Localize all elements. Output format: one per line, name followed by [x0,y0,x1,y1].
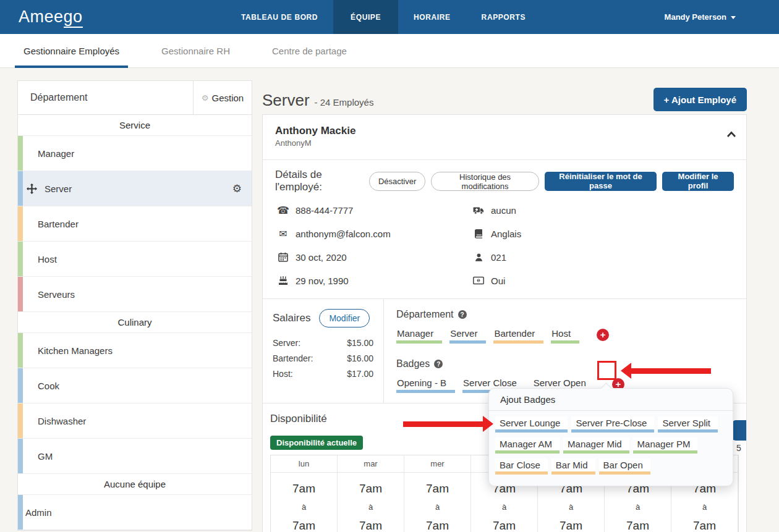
svg-text:$: $ [478,279,480,282]
popup-title: Ajout Badges [489,389,733,411]
sidebar-item-serveurs[interactable]: Serveurs [18,277,252,312]
availability-column[interactable]: lun 7am à 7am [271,455,338,532]
popup-badge-option[interactable]: Bar Open [599,458,650,475]
availability-separator: à [538,502,604,512]
annotation-arrow-left [621,363,712,379]
sidebar-item-bartender[interactable]: Bartender [18,206,252,242]
add-badges-popup: Ajout Badges Server Lounge Server Pre-Cl… [488,388,733,486]
sidebar-item-server[interactable]: Server ⚙ [18,171,252,206]
user-menu[interactable]: Mandy Peterson [665,0,736,34]
badge-tag[interactable]: Opening - B [396,378,455,393]
availability-from: 7am [404,481,470,496]
info-employee-number: 021 [472,248,521,266]
sidebar-item-manager[interactable]: Manager [18,136,252,171]
departments-title-row: Département ? [396,309,734,320]
day-header: lun [271,455,337,473]
page: { "navbar": { "logo_text": "Amee", "logo… [0,0,779,532]
tab-centre-de-partage[interactable]: Centre de partage [263,34,355,68]
manage-button[interactable]: ⚙ Gestion [193,81,252,114]
section-header-service: Service [18,115,252,136]
sidebar-item-kitchen-managers[interactable]: Kitchen Managers [18,333,252,368]
availability-to: 7am [671,518,738,532]
popup-badge-option[interactable]: Server Pre-Close [571,416,654,433]
logo-text: Amee [19,7,64,26]
availability-to: 7am [271,518,337,532]
help-icon[interactable]: ? [434,360,443,368]
employee-name: Anthony Mackie [275,124,734,138]
popup-badge-option[interactable]: Manager PM [633,437,698,454]
salaries-title: Salaires [273,312,310,324]
add-department-button[interactable]: + [597,329,609,341]
ameego-logo[interactable]: Ameego [19,7,83,27]
tab-gestionnaire-rh[interactable]: Gestionnaire RH [153,34,239,68]
department-tag[interactable]: Server [449,328,486,344]
book-icon [472,229,485,239]
department-tag[interactable]: Host [551,328,579,344]
manage-label: Gestion [211,93,244,103]
deactivate-button[interactable]: Désactiver [369,172,425,191]
employee-username: AnthonyM [275,138,734,149]
availability-separator: à [671,502,738,512]
edit-salaries-button[interactable]: Modifier [319,309,370,327]
chevron-down-icon [731,16,736,19]
add-employee-button[interactable]: + Ajout Employé [653,88,747,111]
sidebar-item-gm[interactable]: GM [18,439,252,474]
salary-row: Bartender: $16.00 [273,351,373,366]
details-label: Détails de l'employé: [275,169,361,193]
availability-column[interactable]: mar 7am à 7am [338,455,404,532]
sidebar-item-cook[interactable]: Cook [18,368,252,403]
sidebar-item-host[interactable]: Host [18,242,252,277]
popup-badge-option[interactable]: Manager AM [495,437,560,454]
section-header-aucune-equipe: Aucune équipe [18,474,252,495]
history-button[interactable]: Historique des modifications [431,172,538,191]
envelope-icon: ✉ [276,228,290,240]
popup-badge-option[interactable]: Manager Mid [563,437,629,454]
user-icon [472,253,485,262]
gear-icon: ⚙ [202,93,209,103]
nav-tab-rapports[interactable]: RAPPORTS [466,0,541,34]
current-availability-badge: Disponibilité actuelle [270,436,363,450]
tab-gestionnaire-employes[interactable]: Gestionnaire Employés [15,34,128,68]
chevron-up-icon[interactable] [726,131,736,138]
department-tag[interactable]: Bartender [493,328,543,344]
availability-partial-text: 5 [736,443,741,453]
popup-badge-row: Server Lounge Server Pre-Close Server Sp… [495,416,726,435]
main-header: Server - 24 Employés + Ajout Employé [262,88,747,112]
popup-badge-option[interactable]: Bar Close [495,458,548,475]
popup-badge-option[interactable]: Server Lounge [495,416,568,433]
availability-to: 7am [338,518,404,532]
truck-medical-icon [472,205,485,215]
info-paid: $ Oui [472,271,521,290]
day-header: mer [404,455,470,473]
reset-password-button[interactable]: Réinitialiser le mot de passe [545,172,657,191]
user-name: Mandy Peterson [665,12,726,22]
availability-edit-button-partial[interactable] [732,420,747,441]
employee-header[interactable]: Anthony Mackie AnthonyM [263,115,746,160]
availability-separator: à [338,502,404,512]
nav-tab-equipe[interactable]: ÉQUIPE [333,0,398,34]
sidebar-item-admin[interactable]: Admin [18,495,252,530]
edit-profile-button[interactable]: Modifier le profil [662,172,734,191]
info-hire-date: 30 oct, 2020 [276,248,472,266]
sidebar-title: Département [18,81,193,114]
nav-tab-horaire[interactable]: HORAIRE [398,0,466,34]
top-navbar: Ameego TABLEAU DE BORD ÉQUIPE HORAIRE RA… [0,0,779,34]
gear-icon[interactable]: ⚙ [232,182,242,195]
sidebar-header: Département ⚙ Gestion [18,81,252,115]
secondary-nav: Gestionnaire Employés Gestionnaire RH Ce… [0,34,779,68]
department-tag[interactable]: Manager [396,328,442,344]
availability-separator: à [605,502,671,512]
day-header: mar [338,455,404,473]
popup-badge-option[interactable]: Server Split [658,416,718,433]
annotation-highlight-box [597,361,616,380]
nav-tab-tableau-de-bord[interactable]: TABLEAU DE BORD [226,0,333,34]
availability-separator: à [404,502,470,512]
help-icon[interactable]: ? [458,310,467,319]
sidebar-item-dishwasher[interactable]: Dishwasher [18,403,252,439]
popup-badge-option[interactable]: Bar Mid [551,458,595,475]
move-icon[interactable] [27,184,37,194]
availability-separator: à [271,502,337,512]
availability-column[interactable]: mer 7am à 7am [404,455,471,532]
availability-from: 7am [338,481,404,496]
department-tags: Manager Server Bartender Host + [396,328,734,344]
